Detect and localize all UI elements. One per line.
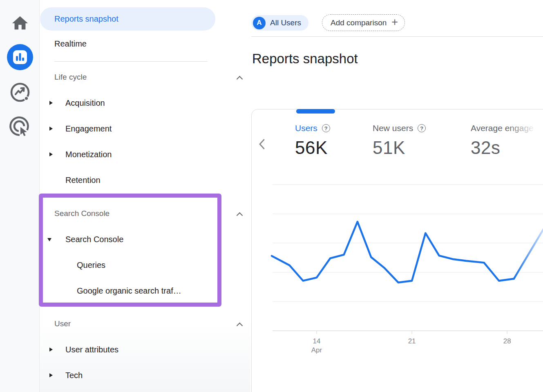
svg-text:28: 28: [503, 337, 511, 345]
add-comparison-label: Add comparison: [331, 18, 387, 27]
sidebar-item-acquisition[interactable]: Acquisition: [65, 98, 105, 108]
sidebar-divider: [54, 61, 208, 62]
metric-label: New users: [373, 123, 413, 133]
sidebar-item-google-organic-search-traffic[interactable]: Google organic search traf…: [77, 286, 181, 296]
sidebar-item-retention[interactable]: Retention: [65, 176, 101, 185]
expand-arrow-icon[interactable]: [49, 101, 53, 105]
sidebar-header-user[interactable]: User: [54, 319, 71, 328]
sidebar-header-life-cycle[interactable]: Life cycle: [54, 73, 87, 82]
all-users-comparison-chip[interactable]: A All Users: [251, 15, 308, 31]
metric-label: Users: [295, 123, 317, 133]
sidebar-item-engagement[interactable]: Engagement: [65, 124, 112, 134]
reports-nav-button[interactable]: [0, 44, 40, 70]
chevron-up-icon[interactable]: [237, 323, 243, 329]
sidebar-header-search-console[interactable]: Search Console: [54, 209, 109, 218]
metric-value: 51K: [373, 138, 426, 158]
header-divider: [251, 36, 543, 37]
reports-sidebar: Reports snapshot Realtime Life cycle Acq…: [40, 0, 250, 392]
svg-text:21: 21: [408, 337, 416, 345]
comparison-avatar: A: [253, 17, 266, 29]
sidebar-item-realtime[interactable]: Realtime: [54, 39, 87, 49]
sidebar-item-reports-snapshot[interactable]: Reports snapshot: [40, 7, 215, 31]
sidebar-item-search-console[interactable]: Search Console: [65, 235, 123, 244]
sidebar-item-monetization[interactable]: Monetization: [65, 150, 112, 159]
page-title: Reports snapshot: [252, 51, 358, 67]
bar-chart-icon: [7, 44, 33, 70]
advertising-nav-button[interactable]: [0, 115, 40, 140]
sidebar-item-queries[interactable]: Queries: [77, 261, 105, 270]
help-icon[interactable]: ?: [322, 124, 330, 132]
app-icon-rail: [0, 0, 40, 392]
users-line-chart[interactable]: 14Apr2128: [251, 176, 543, 361]
expand-arrow-icon[interactable]: [49, 152, 53, 156]
expand-arrow-icon[interactable]: [49, 373, 53, 377]
metric-users: Users ? 56K: [295, 122, 330, 158]
chevron-left-icon: [258, 138, 266, 150]
collapse-arrow-icon[interactable]: [47, 238, 51, 241]
home-icon: [11, 14, 29, 34]
expand-arrow-icon[interactable]: [49, 127, 53, 131]
svg-text:Apr: Apr: [311, 346, 322, 354]
advertising-icon: [9, 115, 31, 140]
carousel-edge-fade: [508, 116, 543, 167]
carousel-prev-button[interactable]: [258, 138, 266, 151]
sidebar-item-tech[interactable]: Tech: [65, 371, 83, 380]
explore-nav-button[interactable]: [0, 82, 40, 105]
help-icon[interactable]: ?: [418, 124, 426, 132]
comparison-chip-label: All Users: [270, 18, 301, 27]
chevron-up-icon[interactable]: [237, 212, 243, 219]
plus-icon: +: [391, 16, 398, 29]
metric-new-users: New users ? 51K: [373, 122, 426, 158]
chevron-up-icon[interactable]: [237, 76, 243, 82]
add-comparison-button[interactable]: Add comparison +: [322, 14, 405, 31]
sidebar-item-user-attributes[interactable]: User attributes: [65, 345, 118, 354]
home-button[interactable]: [0, 14, 40, 34]
svg-text:14: 14: [313, 337, 321, 345]
active-tab-indicator[interactable]: [296, 109, 335, 114]
expand-arrow-icon[interactable]: [49, 347, 53, 352]
explore-icon: [9, 82, 31, 105]
sidebar-item-label: Reports snapshot: [54, 14, 118, 24]
metric-value: 56K: [295, 138, 330, 158]
